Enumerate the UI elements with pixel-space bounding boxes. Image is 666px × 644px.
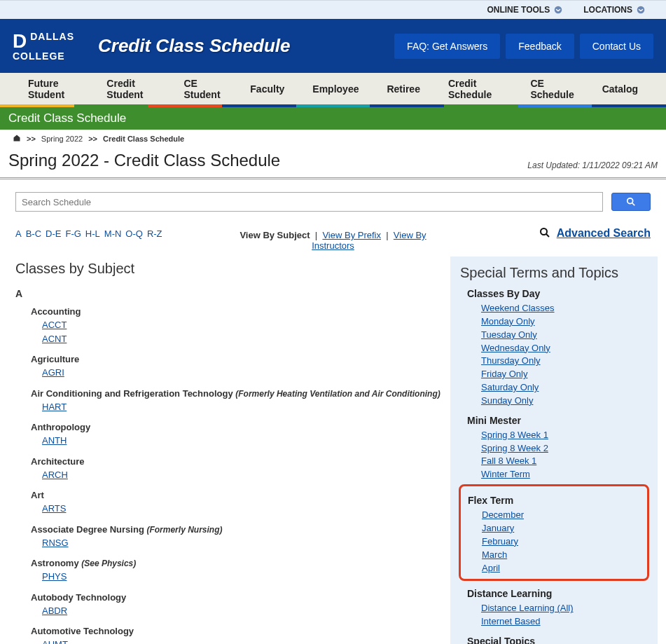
feedback-button[interactable]: Feedback bbox=[506, 34, 574, 59]
course-code-link[interactable]: ABDR bbox=[42, 604, 443, 618]
svg-line-3 bbox=[632, 203, 635, 206]
sidebar-link[interactable]: December bbox=[482, 509, 524, 520]
course-code-link[interactable]: AGRI bbox=[42, 366, 443, 380]
subject-block: Anthropology ANTH bbox=[15, 422, 443, 448]
nav-credit-schedule[interactable]: Credit Schedule bbox=[448, 78, 502, 100]
sidebar-link[interactable]: Spring 8 Week 2 bbox=[481, 443, 548, 453]
alpha-b-c[interactable]: B-C bbox=[26, 228, 41, 239]
subject-block: Associate Degree Nursing (Formerly Nursi… bbox=[15, 524, 443, 550]
alpha-a[interactable]: A bbox=[15, 228, 22, 239]
course-code-link[interactable]: ACNT bbox=[42, 332, 443, 346]
page-title-row: Spring 2022 - Credit Class Schedule Last… bbox=[0, 148, 666, 179]
advanced-search-wrap: Advanced Search bbox=[439, 224, 651, 256]
subject-name: Architecture bbox=[31, 456, 85, 467]
sidebar-link[interactable]: Internet Based bbox=[481, 616, 541, 626]
faq-button[interactable]: FAQ: Get Answers bbox=[394, 34, 500, 59]
alpha-h-l[interactable]: H-L bbox=[85, 228, 100, 239]
logo[interactable]: D DALLAS COLLEGE bbox=[13, 32, 74, 61]
alpha-index: AB-CD-EF-GH-LM-NO-QR-Z bbox=[15, 224, 227, 256]
nav-credit-student[interactable]: Credit Student bbox=[106, 78, 155, 100]
search-input[interactable] bbox=[15, 192, 603, 212]
sidebar-link[interactable]: Wednesday Only bbox=[481, 343, 550, 353]
sidebar-group: Flex TermDecemberJanuaryFebruaryMarchApr… bbox=[459, 484, 649, 581]
nav-ce-student[interactable]: CE Student bbox=[183, 78, 222, 100]
subject-name: Autobody Technology bbox=[31, 592, 126, 603]
sidebar-link[interactable]: Friday Only bbox=[481, 369, 527, 379]
sidebar-link[interactable]: April bbox=[482, 563, 500, 573]
view-by-subject: View By Subject bbox=[240, 230, 310, 240]
sidebar-link[interactable]: Monday Only bbox=[481, 316, 535, 327]
sidebar-group-heading: Distance Learning bbox=[467, 588, 648, 599]
sidebar-title: Special Terms and Topics bbox=[460, 265, 648, 281]
section-bar: Credit Class Schedule bbox=[0, 107, 666, 130]
contact-button[interactable]: Contact Us bbox=[580, 34, 653, 59]
svg-point-2 bbox=[627, 198, 633, 204]
subject-name: Anthropology bbox=[31, 422, 90, 432]
nav-catalog[interactable]: Catalog bbox=[602, 83, 638, 95]
nav-future-student[interactable]: Future Student bbox=[28, 78, 78, 100]
alpha-f-g[interactable]: F-G bbox=[65, 228, 81, 239]
course-code-link[interactable]: RNSG bbox=[42, 536, 443, 550]
chevron-down-icon bbox=[637, 6, 645, 14]
subject-name: Agriculture bbox=[31, 354, 79, 364]
site-header: D DALLAS COLLEGE Credit Class Schedule F… bbox=[0, 19, 666, 73]
course-code-link[interactable]: PHYS bbox=[42, 570, 443, 584]
course-code-link[interactable]: ARCH bbox=[42, 468, 443, 482]
sidebar: Special Terms and Topics Classes By DayW… bbox=[450, 256, 658, 644]
sidebar-group: Distance LearningDistance Learning (All)… bbox=[460, 588, 648, 629]
nav-retiree[interactable]: Retiree bbox=[387, 83, 419, 95]
subject-block: Architecture ARCH bbox=[15, 456, 443, 482]
subject-name: Astronomy bbox=[31, 558, 81, 568]
sidebar-link[interactable]: Tuesday Only bbox=[481, 329, 537, 340]
nav-employee[interactable]: Employee bbox=[312, 83, 359, 95]
subject-block: Accounting ACCTACNT bbox=[15, 306, 443, 345]
svg-point-1 bbox=[637, 6, 645, 14]
course-code-link[interactable]: AUMT bbox=[42, 638, 443, 644]
sidebar-link[interactable]: Saturday Only bbox=[481, 382, 539, 392]
advanced-search-link[interactable]: Advanced Search bbox=[557, 227, 651, 239]
subject-note: (See Physics) bbox=[81, 559, 136, 568]
course-code-link[interactable]: ARTS bbox=[42, 502, 443, 516]
locations-label: LOCATIONS bbox=[583, 5, 632, 15]
sidebar-link[interactable]: Weekend Classes bbox=[481, 303, 555, 313]
sidebar-link[interactable]: Spring 8 Week 1 bbox=[481, 430, 548, 440]
course-code-link[interactable]: ANTH bbox=[42, 434, 443, 448]
online-tools-menu[interactable]: ONLINE TOOLS bbox=[487, 5, 562, 15]
sidebar-link[interactable]: Fall 8 Week 1 bbox=[481, 455, 536, 466]
alpha-o-q[interactable]: O-Q bbox=[125, 228, 143, 239]
subject-block: Agriculture AGRI bbox=[15, 354, 443, 380]
search-icon bbox=[539, 227, 550, 238]
sidebar-link[interactable]: Winter Term bbox=[481, 469, 530, 479]
subject-name: Air Conditioning and Refrigeration Techn… bbox=[31, 388, 235, 399]
course-code-link[interactable]: HART bbox=[42, 400, 443, 414]
subject-name: Accounting bbox=[31, 306, 81, 317]
search-button[interactable] bbox=[611, 193, 651, 211]
subject-name: Associate Degree Nursing bbox=[31, 524, 146, 535]
subject-name: Automotive Technology bbox=[31, 626, 134, 636]
site-title: Credit Class Schedule bbox=[98, 35, 291, 57]
sidebar-link[interactable]: Distance Learning (All) bbox=[481, 603, 574, 613]
breadcrumb-term[interactable]: Spring 2022 bbox=[41, 135, 83, 143]
nav-ce-schedule[interactable]: CE Schedule bbox=[530, 78, 574, 100]
chevron-down-icon bbox=[554, 6, 562, 14]
course-code-link[interactable]: ACCT bbox=[42, 318, 443, 332]
alpha-r-z[interactable]: R-Z bbox=[147, 228, 162, 239]
main-nav: Future StudentCredit StudentCE StudentFa… bbox=[0, 73, 666, 104]
subject-note: (Formerly Heating Ventilation and Air Co… bbox=[235, 389, 440, 399]
home-icon[interactable] bbox=[13, 134, 21, 144]
alpha-m-n[interactable]: M-N bbox=[104, 228, 122, 239]
breadcrumb-sep: >> bbox=[88, 135, 97, 143]
nav-faculty[interactable]: Faculty bbox=[250, 83, 284, 95]
sidebar-link[interactable]: Thursday Only bbox=[481, 355, 541, 366]
sidebar-link[interactable]: January bbox=[482, 523, 514, 533]
subject-block: Art ARTS bbox=[15, 490, 443, 516]
view-by-prefix-link[interactable]: View By Prefix bbox=[322, 230, 381, 240]
search-icon bbox=[626, 197, 636, 207]
sidebar-link[interactable]: Sunday Only bbox=[481, 395, 533, 406]
content-main: Classes by Subject AAccounting ACCTACNTA… bbox=[15, 256, 443, 644]
alpha-d-e[interactable]: D-E bbox=[46, 228, 61, 239]
sidebar-link[interactable]: March bbox=[482, 549, 507, 560]
subject-block: Astronomy (See Physics)PHYS bbox=[15, 558, 443, 584]
locations-menu[interactable]: LOCATIONS bbox=[583, 5, 645, 15]
sidebar-link[interactable]: February bbox=[482, 536, 518, 547]
